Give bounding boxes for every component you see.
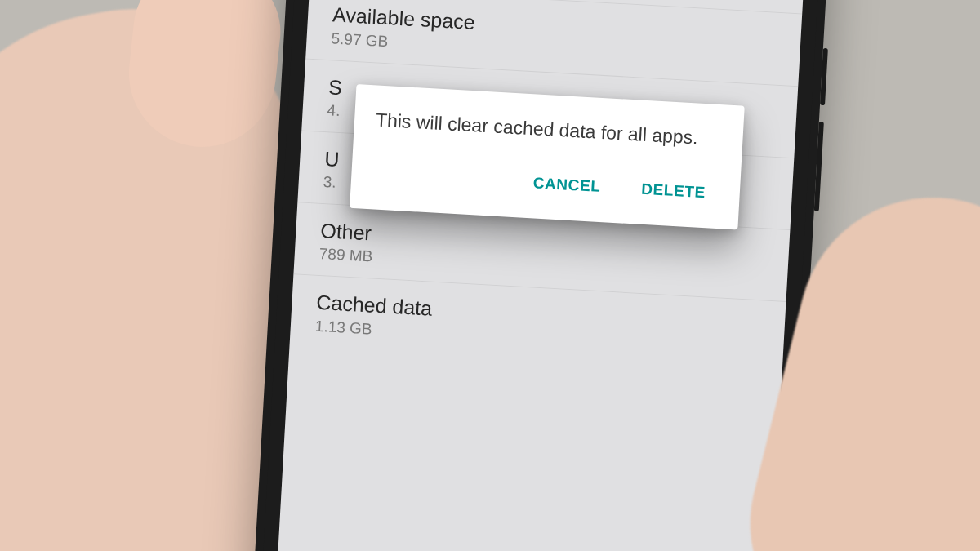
cancel-button[interactable]: CANCEL — [529, 167, 605, 202]
screen: Total space 16.00 GB Available space 5.9… — [272, 0, 807, 551]
dialog-scrim — [272, 0, 807, 551]
photo-stage: Total space 16.00 GB Available space 5.9… — [0, 0, 980, 551]
clear-cache-dialog: This will clear cached data for all apps… — [350, 84, 745, 230]
power-button — [820, 48, 828, 105]
volume-button — [814, 122, 824, 211]
phone-bezel: Total space 16.00 GB Available space 5.9… — [256, 0, 822, 551]
delete-button[interactable]: DELETE — [637, 174, 710, 209]
phone-body: Total space 16.00 GB Available space 5.9… — [247, 0, 831, 551]
